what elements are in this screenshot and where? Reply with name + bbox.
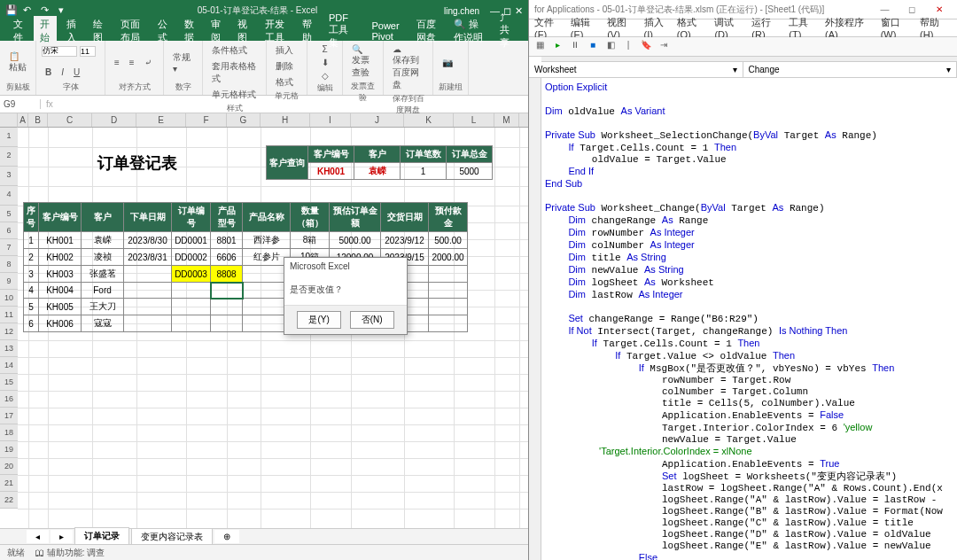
row-header[interactable]: 17	[0, 408, 18, 424]
msgbox-no-button[interactable]: 否(N)	[350, 311, 394, 329]
data-cell[interactable]	[172, 283, 211, 299]
vba-menu-item[interactable]: 外接程序(A)	[825, 16, 875, 40]
object-dropdown[interactable]: Worksheet▾	[529, 62, 743, 77]
vba-menu-item[interactable]: 文件(F)	[534, 16, 565, 40]
insert-button[interactable]: 插入	[272, 43, 297, 58]
col-header[interactable]: D	[92, 113, 136, 127]
row-header[interactable]: 22	[0, 492, 18, 509]
data-cell[interactable]: 2	[24, 249, 39, 266]
data-cell[interactable]	[124, 315, 172, 332]
col-header[interactable]: I	[310, 113, 351, 127]
data-cell[interactable]: 2023/8/30	[124, 232, 172, 249]
wrap-text-button[interactable]: ⤶	[141, 56, 155, 69]
font-name-input[interactable]	[42, 46, 77, 57]
vba-menu-item[interactable]: 窗口(W)	[881, 16, 914, 40]
row-header[interactable]: 20	[0, 458, 18, 475]
cell-style-button[interactable]: 单元格样式	[208, 87, 260, 103]
row-header[interactable]: 9	[0, 273, 18, 290]
vba-menu-item[interactable]: 工具(T)	[789, 16, 820, 40]
procedure-dropdown[interactable]: Change▾	[743, 62, 958, 77]
data-cell[interactable]: 2000.00	[429, 249, 468, 266]
vba-close-icon[interactable]: ✕	[927, 4, 952, 14]
data-cell[interactable]: 张盛茗	[82, 266, 124, 283]
vba-run-icon[interactable]: ▸	[550, 40, 564, 54]
bold-button[interactable]: B	[42, 66, 55, 79]
row-header[interactable]: 11	[0, 307, 18, 323]
row-header[interactable]: 21	[0, 475, 18, 492]
tab-nav-next[interactable]: ▸	[51, 530, 73, 543]
redo-icon[interactable]: ↷	[41, 4, 53, 17]
data-cell[interactable]	[429, 266, 468, 283]
vba-menu-item[interactable]: 调试(D)	[714, 16, 746, 40]
undo-icon[interactable]: ↶	[23, 4, 35, 17]
row-header[interactable]: 13	[0, 340, 18, 357]
col-header[interactable]: C	[48, 113, 92, 127]
data-cell[interactable]: 2023/8/31	[124, 249, 172, 266]
data-cell[interactable]: Ford	[82, 283, 124, 299]
tab-nav-prev[interactable]: ◂	[27, 530, 49, 543]
row-header[interactable]: 14	[0, 357, 18, 374]
data-cell[interactable]: 8801	[211, 232, 243, 249]
data-cell[interactable]: 1	[24, 232, 39, 249]
data-cell[interactable]: DD0001	[172, 232, 211, 249]
data-cell[interactable]: DD0002	[172, 249, 211, 266]
sheet-tab[interactable]: 订单记录	[74, 527, 129, 546]
row-header[interactable]: 4	[0, 186, 18, 206]
align-left-icon[interactable]: ≡	[111, 56, 123, 69]
vba-menu-item[interactable]: 编辑(E)	[571, 16, 602, 40]
data-cell[interactable]: 8箱	[291, 232, 330, 249]
col-header[interactable]: A	[18, 113, 28, 127]
col-header[interactable]: L	[454, 113, 494, 127]
row-header[interactable]: 15	[0, 374, 18, 391]
data-cell[interactable]	[211, 299, 243, 315]
number-format-dropdown[interactable]: 常规▾	[169, 50, 197, 75]
row-header[interactable]: 3	[0, 167, 18, 186]
col-header[interactable]: J	[351, 113, 404, 127]
vba-maximize-icon[interactable]: ◻	[899, 4, 924, 14]
data-cell[interactable]: KH001	[39, 232, 82, 249]
row-header[interactable]: 7	[0, 239, 18, 256]
data-cell[interactable]: 4	[24, 283, 39, 299]
qat-more-icon[interactable]: ▾	[58, 4, 71, 17]
data-cell[interactable]: 凌祯	[82, 249, 124, 266]
data-cell[interactable]	[124, 266, 172, 283]
vba-design-icon[interactable]: ◧	[603, 40, 618, 54]
camera-icon[interactable]: 📷	[439, 56, 456, 69]
col-header[interactable]: E	[136, 113, 186, 127]
data-cell[interactable]: 3	[24, 266, 39, 283]
col-header[interactable]: K	[404, 113, 454, 127]
row-header[interactable]: 1	[0, 128, 18, 147]
user-name[interactable]: ling.chen	[439, 6, 485, 16]
data-cell[interactable]: 8808	[211, 266, 243, 283]
data-cell[interactable]: KH005	[39, 299, 82, 315]
data-cell[interactable]	[124, 299, 172, 315]
query-value[interactable]: KH001	[308, 163, 354, 180]
data-cell[interactable]	[429, 299, 468, 315]
row-header[interactable]: 18	[0, 424, 18, 441]
row-header[interactable]: 8	[0, 256, 18, 273]
data-cell[interactable]	[172, 315, 211, 332]
vba-menu-item[interactable]: 帮助(H)	[920, 16, 952, 40]
row-header[interactable]: 16	[0, 391, 18, 408]
vba-menu-item[interactable]: 视图(V)	[607, 16, 638, 40]
row-header[interactable]: 5	[0, 206, 18, 222]
sum-icon[interactable]: Σ	[318, 43, 331, 56]
vba-view-icon[interactable]: ▦	[533, 40, 547, 54]
data-cell[interactable]	[124, 283, 172, 299]
data-cell[interactable]: DD0003	[172, 266, 211, 283]
data-cell[interactable]: 6	[24, 315, 39, 332]
paste-button[interactable]: 📋粘贴	[5, 50, 30, 75]
data-cell[interactable]	[211, 283, 243, 299]
data-cell[interactable]: 6606	[211, 249, 243, 266]
font-size-input[interactable]	[80, 46, 96, 57]
data-cell[interactable]	[211, 315, 243, 332]
col-header[interactable]: F	[186, 113, 227, 127]
data-cell[interactable]: KH004	[39, 283, 82, 299]
fx-icon[interactable]: fx	[41, 99, 58, 109]
data-cell[interactable]: 寇寇	[82, 315, 124, 332]
col-header[interactable]: B	[28, 113, 48, 127]
clear-icon[interactable]: ◇	[318, 69, 332, 82]
data-cell[interactable]: KH003	[39, 266, 82, 283]
data-cell[interactable]: 5	[24, 299, 39, 315]
col-header[interactable]: H	[261, 113, 310, 127]
